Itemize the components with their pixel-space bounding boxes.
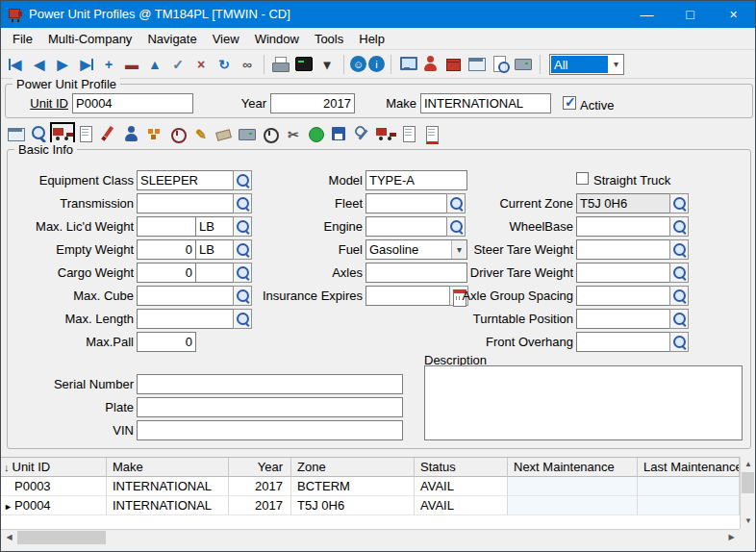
unit-id-input[interactable] (72, 93, 193, 113)
grid-header-next-maintenance[interactable]: Next Maintenance (508, 458, 638, 477)
vertical-scroll-thumb[interactable] (742, 472, 754, 493)
transmission-input[interactable] (137, 193, 234, 213)
blocks-button[interactable] (144, 124, 165, 145)
display-button[interactable] (466, 54, 488, 75)
menu-navigate[interactable]: Navigate (139, 29, 204, 49)
axle-group-spacing-lookup-button[interactable] (669, 286, 689, 306)
console-dropdown-button[interactable]: ▾ (316, 54, 338, 75)
current-zone-lookup-button[interactable] (669, 193, 689, 213)
help-button[interactable]: ☺ (350, 56, 366, 72)
document-flag-button[interactable] (421, 124, 442, 145)
plate-input[interactable] (137, 397, 403, 417)
package-button[interactable] (443, 54, 465, 75)
grid-header-status[interactable]: Status (415, 458, 508, 477)
turntable-position-input[interactable] (576, 309, 670, 329)
stopwatch-button[interactable] (260, 124, 281, 145)
driver-tare-weight-input[interactable] (576, 263, 670, 283)
grid-header-make[interactable]: Make (107, 458, 229, 477)
empty-weight-unit[interactable] (195, 239, 234, 260)
go-button[interactable] (306, 124, 327, 145)
form-button[interactable] (75, 124, 96, 145)
vin-input[interactable] (137, 420, 403, 440)
table-row[interactable]: P0003INTERNATIONAL2017BCTERMAVAIL (1, 477, 740, 496)
edit-record-button[interactable]: ▲ (144, 54, 165, 75)
front-overhang-lookup-button[interactable] (669, 332, 689, 352)
max-cube-input[interactable] (137, 286, 234, 306)
max-pall-input[interactable] (137, 332, 196, 352)
cancel-edit-button[interactable]: × (190, 54, 212, 75)
equipment-class-input[interactable] (137, 170, 234, 190)
horizontal-scroll-thumb[interactable] (17, 531, 106, 544)
turntable-position-lookup-button[interactable] (669, 309, 689, 329)
computer-button[interactable] (397, 54, 418, 75)
grid-horizontal-scrollbar[interactable]: ◀ ▶ (1, 529, 740, 545)
search-document-button[interactable] (490, 54, 511, 75)
refresh-button[interactable]: ↻ (214, 54, 235, 75)
grid-header-zone[interactable]: Zone (291, 458, 415, 477)
menu-file[interactable]: File (5, 29, 40, 49)
close-button[interactable]: × (712, 1, 755, 28)
grid-header-unit-id[interactable]: ↓Unit ID (1, 458, 107, 477)
document-button[interactable] (398, 124, 419, 145)
delete-record-button[interactable]: ▬ (121, 54, 142, 75)
filter-combobox[interactable]: All ▾ (549, 54, 624, 75)
menu-multi-company[interactable]: Multi-Company (40, 29, 139, 49)
nav-first-button[interactable]: ◀ (6, 54, 27, 75)
device-button[interactable] (513, 54, 534, 75)
cargo-weight-unit[interactable] (195, 263, 234, 283)
max-length-input[interactable] (137, 309, 234, 329)
cargo-weight-input[interactable] (137, 263, 196, 283)
grid-vertical-scrollbar[interactable]: ▲ ▼ (740, 457, 755, 529)
model-input[interactable] (365, 170, 467, 190)
scroll-left-button[interactable]: ◀ (1, 530, 17, 545)
wheelbase-lookup-button[interactable] (669, 216, 689, 237)
empty-weight-input[interactable] (137, 239, 196, 260)
pencil-button[interactable]: ✎ (190, 124, 212, 145)
disk-button[interactable] (329, 124, 350, 145)
menu-window[interactable]: Window (247, 29, 307, 49)
axle-group-spacing-input[interactable] (576, 286, 670, 306)
serial-number-input[interactable] (137, 374, 403, 394)
max-length-lookup-button[interactable] (233, 309, 252, 329)
scroll-down-button[interactable]: ▼ (741, 514, 756, 529)
insurance-expires-input[interactable] (365, 286, 450, 306)
fleet-input[interactable] (365, 193, 447, 213)
grid-header-year[interactable]: Year (229, 458, 291, 477)
nav-prior-button[interactable]: ◀ (29, 54, 50, 75)
menu-help[interactable]: Help (351, 29, 392, 49)
driver-tare-weight-lookup-button[interactable] (669, 263, 689, 283)
description-textarea[interactable] (424, 365, 743, 440)
nav-next-button[interactable]: ▶ (52, 54, 73, 75)
drive-button[interactable] (237, 124, 258, 145)
current-zone-input[interactable] (576, 193, 670, 213)
console-button[interactable] (293, 54, 315, 75)
about-button[interactable]: i (368, 56, 385, 72)
scroll-right-button[interactable]: ▶ (723, 530, 740, 545)
timer-button[interactable] (167, 124, 189, 145)
chevron-down-icon[interactable]: ▾ (609, 55, 623, 74)
max-licd-weight-input[interactable] (137, 216, 196, 237)
nav-last-button[interactable]: ▶ (75, 54, 96, 75)
maximize-button[interactable]: □ (668, 1, 712, 28)
minimize-button[interactable]: — (625, 1, 668, 28)
table-row[interactable]: ►P0004INTERNATIONAL2017T5J 0H6AVAIL (1, 496, 740, 515)
straight-truck-checkbox[interactable] (576, 172, 589, 185)
front-overhang-input[interactable] (576, 332, 670, 352)
pen-button[interactable] (98, 124, 119, 145)
eraser-button[interactable] (214, 124, 235, 145)
insert-record-button[interactable]: + (98, 54, 119, 75)
steer-tare-weight-lookup-button[interactable] (669, 239, 689, 260)
print-button[interactable] (270, 54, 291, 75)
wrench-button[interactable] (352, 124, 373, 145)
engine-input[interactable] (365, 216, 447, 237)
scroll-up-button[interactable]: ▲ (741, 457, 756, 472)
blade-button[interactable]: ✂ (283, 124, 304, 145)
truck-button[interactable] (375, 124, 396, 145)
post-edit-button[interactable]: ✓ (167, 54, 189, 75)
menu-tools[interactable]: Tools (307, 29, 351, 49)
make-input[interactable] (420, 93, 551, 113)
user-button[interactable] (420, 54, 441, 75)
max-licd-weight-unit[interactable] (195, 216, 234, 237)
unit-id-label[interactable]: Unit ID (9, 96, 68, 111)
grid-header-last-maintenance[interactable]: Last Maintenance (638, 458, 740, 477)
